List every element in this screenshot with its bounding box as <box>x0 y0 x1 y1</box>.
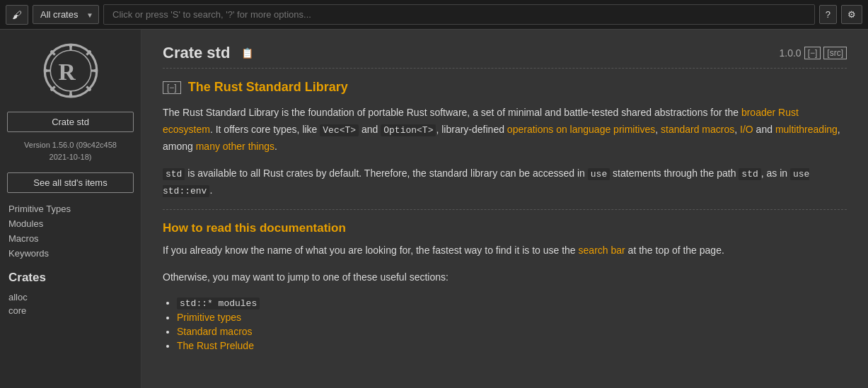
intro-text-4: , library-defined <box>436 124 507 135</box>
crate-version: 1.0.0 <box>780 47 802 59</box>
svg-point-13 <box>44 69 47 73</box>
std-code-2: std <box>739 168 760 180</box>
primitive-types-link[interactable]: Primitive types <box>177 312 241 323</box>
help-button[interactable]: ? <box>819 5 837 24</box>
svg-point-16 <box>88 88 91 91</box>
crate-select-wrapper: All crates ▼ <box>33 5 99 24</box>
use-code: use <box>588 168 610 180</box>
subsection-divider <box>163 209 847 210</box>
svg-point-15 <box>50 50 54 54</box>
brush-button[interactable]: 🖌 <box>6 5 28 25</box>
crate-prefix: Crate <box>163 44 207 61</box>
svg-point-17 <box>88 50 91 54</box>
intro-text-1: The Rust Standard Library is the foundat… <box>163 107 741 118</box>
crate-header: Crate std 📋 1.0.0 [−] [src] <box>163 44 847 62</box>
crate-std-button[interactable]: Crate std <box>7 112 134 132</box>
sub-text-2: at the top of the page. <box>625 245 724 256</box>
sub-paragraph-1: If you already know the name of what you… <box>163 242 847 259</box>
intro-text-10: is available to all Rust crates by defau… <box>185 167 587 179</box>
crate-list: alloc core <box>0 290 141 317</box>
multithreading-link[interactable]: multithreading <box>775 124 838 135</box>
crate-title-area: Crate std 📋 <box>163 44 253 62</box>
intro-text-6: , <box>734 124 740 135</box>
main-layout: R Crate std Version 1.56.0 (09c42c458202… <box>0 30 868 388</box>
bullet-std-modules: std::* modules <box>177 295 847 310</box>
crate-title: Crate std <box>163 44 230 62</box>
std-modules-code: std::* modules <box>177 298 260 310</box>
sidebar-item-primitive-types[interactable]: Primitive Types <box>8 201 132 216</box>
vec-link[interactable]: Vec<T> <box>320 124 359 136</box>
intro-text-2: . It offers core types, like <box>210 124 320 135</box>
intro-text-9: . <box>274 141 277 152</box>
option-link[interactable]: Option<T> <box>381 124 436 136</box>
see-all-items-button[interactable]: See all std's items <box>7 172 134 193</box>
search-input[interactable] <box>103 4 815 25</box>
content-area: Crate std 📋 1.0.0 [−] [src] [−] The Rust… <box>141 30 868 388</box>
settings-button[interactable]: ⚙ <box>841 5 862 24</box>
svg-point-12 <box>69 94 72 98</box>
logo-area: R <box>0 30 141 109</box>
section-header: [−] The Rust Standard Library <box>163 80 847 95</box>
intro-text-3: and <box>359 124 381 135</box>
standard-macros-bullet-link[interactable]: Standard macros <box>177 326 253 337</box>
toolbar: 🖌 All crates ▼ ? ⚙ <box>0 0 868 30</box>
intro-paragraph-2: std is available to all Rust crates by d… <box>163 165 847 199</box>
svg-point-14 <box>93 69 97 73</box>
intro-text-12: , as in <box>761 167 790 179</box>
sidebar-item-keywords[interactable]: Keywords <box>8 246 132 261</box>
version-info: Version 1.56.0 (09c42c4582021-10-18) <box>0 138 141 170</box>
header-divider <box>163 68 847 69</box>
operations-link[interactable]: operations on language primitives <box>507 124 655 135</box>
bullet-rust-prelude: The Rust Prelude <box>177 339 847 353</box>
intro-text-13: . <box>209 184 212 196</box>
svg-point-18 <box>50 88 54 91</box>
sidebar-crate-core[interactable]: core <box>8 304 132 317</box>
bullet-primitive-types: Primitive types <box>177 310 847 324</box>
rust-prelude-link[interactable]: The Rust Prelude <box>177 340 254 351</box>
svg-text:R: R <box>58 59 76 85</box>
sidebar-item-modules[interactable]: Modules <box>8 216 132 231</box>
intro-paragraph-1: The Rust Standard Library is the foundat… <box>163 105 847 155</box>
section-title: The Rust Standard Library <box>188 80 348 95</box>
standard-macros-link[interactable]: standard macros <box>661 124 734 135</box>
src-link[interactable]: [src] <box>823 47 847 59</box>
intro-text-7: and <box>753 124 775 135</box>
sub-paragraph-2: Otherwise, you may want to jump to one o… <box>163 269 847 286</box>
std-code-1: std <box>163 168 185 180</box>
sidebar: R Crate std Version 1.56.0 (09c42c458202… <box>0 30 141 388</box>
sidebar-nav: Primitive Types Modules Macros Keywords <box>0 201 141 261</box>
section-collapse-button[interactable]: [−] <box>163 81 181 94</box>
sidebar-item-macros[interactable]: Macros <box>8 231 132 246</box>
intro-text-5: , <box>655 124 661 135</box>
many-other-things-link[interactable]: many other things <box>196 141 274 152</box>
bullets-list: std::* modules Primitive types Standard … <box>177 295 847 353</box>
rust-logo: R <box>42 42 99 99</box>
bullet-standard-macros: Standard macros <box>177 324 847 339</box>
collapse-link[interactable]: [−] <box>804 47 821 59</box>
search-bar-link[interactable]: search bar <box>579 245 625 256</box>
version-controls: 1.0.0 [−] [src] <box>780 47 847 59</box>
copy-icon[interactable]: 📋 <box>241 47 253 59</box>
subsection-title: How to read this documentation <box>163 221 847 235</box>
io-link[interactable]: I/O <box>740 124 753 135</box>
svg-point-11 <box>69 44 72 47</box>
sidebar-crate-alloc[interactable]: alloc <box>8 290 132 304</box>
intro-text-11: statements through the path <box>610 167 739 179</box>
crate-select[interactable]: All crates <box>33 5 99 24</box>
crate-name: std <box>207 44 230 61</box>
sub-text-1: If you already know the name of what you… <box>163 245 579 256</box>
crates-section-title: Crates <box>0 261 141 290</box>
